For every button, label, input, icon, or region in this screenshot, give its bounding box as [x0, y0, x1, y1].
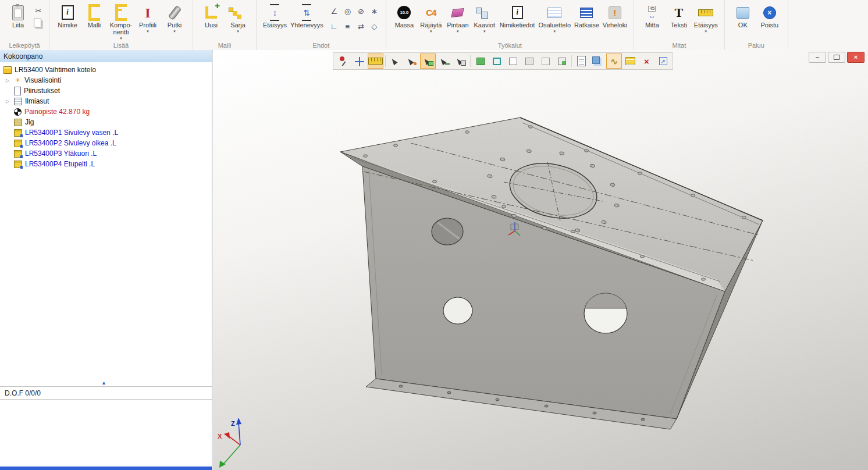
- constraint-angle-button[interactable]: ∠: [328, 3, 341, 19]
- profiili-button[interactable]: I Profiili ▾: [134, 2, 161, 34]
- ribbon-group-mitat: 45↔ Mitta T Teksti Etäisyys ▾ Mitat: [634, 0, 725, 50]
- part-icon: [14, 150, 22, 158]
- window-controls: − ×: [809, 52, 865, 63]
- tree-item-part-p2[interactable]: LR53400P2 Sivulevy oikea .L: [0, 138, 212, 148]
- copy-button[interactable]: [33, 19, 44, 29]
- rajayta-button[interactable]: C4 Räjäytä ▾: [418, 2, 444, 34]
- restore-button[interactable]: [828, 52, 845, 63]
- massa-button[interactable]: 10.0 Massa: [391, 2, 418, 34]
- viewport-canvas[interactable]: Z X: [213, 50, 868, 470]
- hidden-line-view-button[interactable]: [505, 54, 521, 69]
- etaisyys-button[interactable]: ↕ Etäisyys: [261, 2, 289, 34]
- malli-button[interactable]: Malli: [81, 2, 108, 34]
- explode-icon: C4: [420, 3, 442, 22]
- etaisyys-mitta-button[interactable]: Etäisyys ▾: [692, 2, 720, 34]
- concentric-icon: ◎: [344, 7, 351, 16]
- visualization-sun-icon: ☀: [14, 77, 22, 84]
- select-body-button[interactable]: [453, 54, 468, 69]
- virheloki-button[interactable]: ! Virheloki: [601, 2, 629, 34]
- measure-button[interactable]: [368, 54, 383, 69]
- grayscale-view-button[interactable]: [521, 54, 537, 69]
- tree-item-ilmiasut[interactable]: ▷ Ilmiasut: [0, 96, 212, 106]
- center-of-gravity-icon: [14, 108, 22, 116]
- stack-icon: [625, 57, 635, 65]
- axis-x-label: X: [218, 433, 222, 440]
- constraint-pattern-button[interactable]: ∗: [368, 3, 381, 19]
- constraint-concentric-button[interactable]: ◎: [341, 3, 354, 19]
- tree-item-part-p1[interactable]: LR53400P1 Sivulevy vasen .L: [0, 127, 212, 138]
- ribbon-group-lisaa: i Nimike Malli Kompo- nentti ▾ I Profiil…: [49, 0, 193, 50]
- model-3d[interactable]: [340, 117, 763, 429]
- mitta-button[interactable]: 45↔ Mitta: [639, 2, 666, 34]
- coincidence-constraint-icon: ⇅: [296, 3, 318, 22]
- delete-button[interactable]: ×: [639, 54, 654, 69]
- panel-scrollbar[interactable]: [0, 467, 212, 470]
- close-icon: ×: [854, 54, 858, 60]
- constraint-tangent-button[interactable]: ⊘: [354, 3, 368, 19]
- putki-button[interactable]: Putki ▾: [161, 2, 188, 34]
- angle-icon: ∠: [331, 7, 338, 16]
- part-icon: [14, 161, 22, 168]
- tree-item-painopiste[interactable]: Painopiste 42.870 kg: [0, 106, 212, 117]
- shaded-view-button[interactable]: [472, 54, 488, 69]
- yhtenevyys-button[interactable]: ⇅ Yhtenevyys: [289, 2, 325, 34]
- tree-item-visualisointi[interactable]: ▷ ☀ Visualisointi: [0, 75, 212, 86]
- sarja-button[interactable]: Sarja ▾: [225, 2, 251, 34]
- pintaan-button[interactable]: Pintaan ▾: [444, 2, 471, 34]
- transparent-view-button[interactable]: [538, 54, 553, 69]
- uusi-button[interactable]: + Uusi: [198, 2, 225, 34]
- komponentti-button[interactable]: Kompo- nentti ▾: [108, 2, 134, 41]
- constraint-fix-button[interactable]: ◇: [368, 19, 381, 34]
- move-button[interactable]: [351, 54, 367, 69]
- wireframe-view-button[interactable]: [489, 54, 504, 69]
- nimike-button[interactable]: i Nimike: [54, 2, 81, 34]
- constraint-perpendicular-button[interactable]: ∟: [328, 19, 341, 34]
- select-point-button[interactable]: [404, 54, 419, 69]
- constraint-parallel-button[interactable]: ≡: [341, 19, 354, 34]
- curve-icon: ∿: [610, 57, 618, 66]
- tree-item-part-p4[interactable]: LR53400P4 Etupelti .L: [0, 159, 212, 169]
- select-cursor-button[interactable]: [387, 54, 403, 69]
- paste-button[interactable]: Liitä: [5, 2, 31, 34]
- ok-button[interactable]: OK: [730, 2, 756, 34]
- cut-button[interactable]: ✂: [33, 5, 44, 16]
- viewport-toolbar: ∿ × ↗: [333, 52, 673, 70]
- minimize-button[interactable]: −: [809, 52, 826, 63]
- panel-title: Kokoonpano: [0, 50, 212, 63]
- face-icon: [428, 61, 433, 66]
- expander-icon[interactable]: ▷: [6, 78, 14, 83]
- clipboard-small-buttons: ✂: [33, 2, 44, 29]
- gray-cube-icon: [525, 58, 533, 65]
- select-edge-button[interactable]: [436, 54, 452, 69]
- close-button[interactable]: ×: [847, 52, 865, 63]
- nimiketiedot-button[interactable]: i Nimiketiedot: [498, 2, 537, 34]
- select-face-button[interactable]: [420, 54, 436, 69]
- constraint-symmetry-button[interactable]: ⇄: [354, 19, 368, 34]
- exit-icon: ×: [759, 3, 781, 22]
- teksti-button[interactable]: T Teksti: [666, 2, 692, 34]
- export-view-button[interactable]: ↗: [655, 54, 671, 69]
- poistu-button[interactable]: × Poistu: [756, 2, 783, 34]
- kaaviot-button[interactable]: Kaaviot ▾: [471, 2, 498, 34]
- model-viewport[interactable]: Z X: [213, 50, 868, 470]
- tree-item-piirustukset[interactable]: Piirustukset: [0, 86, 212, 96]
- curve-tool-button[interactable]: ∿: [606, 54, 622, 69]
- pin-button[interactable]: [335, 54, 351, 69]
- tree-scroll-up-icon[interactable]: ▲: [101, 380, 106, 386]
- dof-status: D.O.F 0/0/0: [0, 387, 212, 400]
- tree-item-part-p3[interactable]: LR53400P3 Yläkuori .L: [0, 148, 212, 159]
- to-surface-icon: [447, 3, 469, 22]
- stack-tool-button[interactable]: [622, 54, 638, 69]
- ribbon-group-malli: + Uusi Sarja ▾ Malli: [193, 0, 257, 50]
- face-highlight-view-button[interactable]: [554, 54, 570, 69]
- expander-icon[interactable]: ▷: [6, 99, 14, 104]
- group-label: Malli: [193, 42, 256, 49]
- minimize-icon: −: [816, 54, 819, 60]
- osaluettelo-button[interactable]: Osaluettelo ▾: [536, 2, 572, 34]
- tree-item-root[interactable]: LR53400 Vaihtimen kotelo: [0, 65, 212, 75]
- ratkaise-button[interactable]: Ratkaise: [572, 2, 601, 34]
- layers-button[interactable]: [590, 54, 606, 69]
- group-label: Lisää: [49, 42, 193, 49]
- tree-item-jig[interactable]: Jig: [0, 117, 212, 127]
- feature-list-button[interactable]: [574, 54, 589, 69]
